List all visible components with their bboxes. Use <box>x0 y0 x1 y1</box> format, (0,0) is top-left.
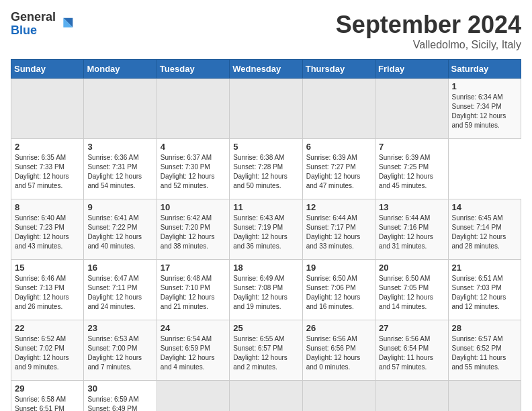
day-number: 17 <box>161 263 226 273</box>
day-cell: 1Sunrise: 6:34 AMSunset: 7:34 PMDaylight… <box>448 79 521 139</box>
day-cell: 17Sunrise: 6:48 AMSunset: 7:10 PMDayligh… <box>157 260 229 320</box>
header-row: SundayMondayTuesdayWednesdayThursdayFrid… <box>11 60 521 79</box>
day-cell: 4Sunrise: 6:37 AMSunset: 7:30 PMDaylight… <box>157 139 229 199</box>
day-cell <box>157 381 229 412</box>
day-cell: 11Sunrise: 6:43 AMSunset: 7:19 PMDayligh… <box>230 199 302 260</box>
day-number: 26 <box>306 323 371 333</box>
week-row: 22Sunrise: 6:52 AMSunset: 7:02 PMDayligh… <box>11 320 521 381</box>
day-cell: 5Sunrise: 6:38 AMSunset: 7:28 PMDaylight… <box>230 139 302 199</box>
logo-text: General Blue <box>11 11 56 38</box>
col-header-monday: Monday <box>84 60 157 79</box>
day-number: 5 <box>233 142 298 152</box>
day-detail: Sunrise: 6:39 AMSunset: 7:25 PMDaylight:… <box>379 154 433 189</box>
empty-cell <box>302 79 375 139</box>
day-number: 7 <box>379 142 444 152</box>
day-cell: 14Sunrise: 6:45 AMSunset: 7:14 PMDayligh… <box>448 199 521 260</box>
day-number: 15 <box>15 263 80 273</box>
week-row: 15Sunrise: 6:46 AMSunset: 7:13 PMDayligh… <box>11 260 521 320</box>
empty-cell <box>230 79 302 139</box>
day-detail: Sunrise: 6:41 AMSunset: 7:22 PMDaylight:… <box>87 214 142 250</box>
col-header-wednesday: Wednesday <box>230 60 302 79</box>
day-number: 10 <box>161 202 226 212</box>
day-number: 25 <box>233 323 298 333</box>
day-detail: Sunrise: 6:56 AMSunset: 6:54 PMDaylight:… <box>379 335 433 371</box>
day-number: 3 <box>87 142 152 152</box>
day-detail: Sunrise: 6:46 AMSunset: 7:13 PMDaylight:… <box>15 275 69 310</box>
day-cell: 20Sunrise: 6:50 AMSunset: 7:05 PMDayligh… <box>375 260 448 320</box>
location: Valledolmo, Sicily, Italy <box>336 39 521 51</box>
day-detail: Sunrise: 6:39 AMSunset: 7:27 PMDaylight:… <box>306 154 361 189</box>
day-detail: Sunrise: 6:53 AMSunset: 7:00 PMDaylight:… <box>87 335 142 371</box>
day-number: 1 <box>452 81 517 91</box>
day-cell: 23Sunrise: 6:53 AMSunset: 7:00 PMDayligh… <box>84 320 157 381</box>
day-number: 27 <box>379 323 444 333</box>
day-cell <box>230 381 302 412</box>
day-detail: Sunrise: 6:40 AMSunset: 7:23 PMDaylight:… <box>15 214 69 250</box>
day-detail: Sunrise: 6:37 AMSunset: 7:30 PMDaylight:… <box>161 154 215 189</box>
day-number: 6 <box>306 142 371 152</box>
day-cell: 29Sunrise: 6:58 AMSunset: 6:51 PMDayligh… <box>11 381 84 412</box>
day-cell <box>448 381 521 412</box>
day-detail: Sunrise: 6:56 AMSunset: 6:56 PMDaylight:… <box>306 335 361 371</box>
week-row: 1Sunrise: 6:34 AMSunset: 7:34 PMDaylight… <box>11 79 521 139</box>
day-detail: Sunrise: 6:50 AMSunset: 7:05 PMDaylight:… <box>379 275 433 310</box>
day-detail: Sunrise: 6:49 AMSunset: 7:08 PMDaylight:… <box>233 275 287 310</box>
logo-icon <box>57 15 76 34</box>
day-detail: Sunrise: 6:35 AMSunset: 7:33 PMDaylight:… <box>15 154 69 189</box>
day-number: 19 <box>306 263 371 273</box>
day-number: 28 <box>452 323 517 333</box>
col-header-thursday: Thursday <box>302 60 375 79</box>
col-header-saturday: Saturday <box>448 60 521 79</box>
day-cell: 30Sunrise: 6:59 AMSunset: 6:49 PMDayligh… <box>84 381 157 412</box>
week-row: 8Sunrise: 6:40 AMSunset: 7:23 PMDaylight… <box>11 199 521 260</box>
logo-general: General <box>11 10 56 24</box>
day-cell <box>302 381 375 412</box>
day-number: 29 <box>15 383 80 394</box>
day-cell: 8Sunrise: 6:40 AMSunset: 7:23 PMDaylight… <box>11 199 84 260</box>
day-number: 22 <box>15 323 80 333</box>
day-number: 24 <box>161 323 226 333</box>
month-title: September 2024 <box>336 11 521 39</box>
day-detail: Sunrise: 6:59 AMSunset: 6:49 PMDaylight:… <box>87 396 142 411</box>
day-detail: Sunrise: 6:57 AMSunset: 6:52 PMDaylight:… <box>452 335 506 371</box>
day-number: 13 <box>379 202 444 212</box>
day-number: 20 <box>379 263 444 273</box>
empty-cell <box>157 79 229 139</box>
empty-cell <box>11 79 84 139</box>
day-number: 18 <box>233 263 298 273</box>
day-cell: 21Sunrise: 6:51 AMSunset: 7:03 PMDayligh… <box>448 260 521 320</box>
logo: General Blue <box>11 11 76 38</box>
day-number: 23 <box>87 323 152 333</box>
day-cell: 3Sunrise: 6:36 AMSunset: 7:31 PMDaylight… <box>84 139 157 199</box>
day-cell: 18Sunrise: 6:49 AMSunset: 7:08 PMDayligh… <box>230 260 302 320</box>
col-header-sunday: Sunday <box>11 60 84 79</box>
day-cell: 25Sunrise: 6:55 AMSunset: 6:57 PMDayligh… <box>230 320 302 381</box>
day-detail: Sunrise: 6:45 AMSunset: 7:14 PMDaylight:… <box>452 214 506 250</box>
day-detail: Sunrise: 6:38 AMSunset: 7:28 PMDaylight:… <box>233 154 287 189</box>
col-header-friday: Friday <box>375 60 448 79</box>
title-block: September 2024 Valledolmo, Sicily, Italy <box>336 11 521 51</box>
day-detail: Sunrise: 6:51 AMSunset: 7:03 PMDaylight:… <box>452 275 506 310</box>
day-number: 21 <box>452 263 517 273</box>
day-cell: 13Sunrise: 6:44 AMSunset: 7:16 PMDayligh… <box>375 199 448 260</box>
day-cell: 24Sunrise: 6:54 AMSunset: 6:59 PMDayligh… <box>157 320 229 381</box>
day-number: 9 <box>87 202 152 212</box>
day-number: 8 <box>15 202 80 212</box>
empty-cell <box>84 79 157 139</box>
day-detail: Sunrise: 6:43 AMSunset: 7:19 PMDaylight:… <box>233 214 287 250</box>
day-detail: Sunrise: 6:44 AMSunset: 7:17 PMDaylight:… <box>306 214 361 250</box>
day-cell: 9Sunrise: 6:41 AMSunset: 7:22 PMDaylight… <box>84 199 157 260</box>
day-detail: Sunrise: 6:48 AMSunset: 7:10 PMDaylight:… <box>161 275 215 310</box>
day-cell: 26Sunrise: 6:56 AMSunset: 6:56 PMDayligh… <box>302 320 375 381</box>
day-detail: Sunrise: 6:44 AMSunset: 7:16 PMDaylight:… <box>379 214 433 250</box>
empty-cell <box>375 79 448 139</box>
day-cell: 19Sunrise: 6:50 AMSunset: 7:06 PMDayligh… <box>302 260 375 320</box>
day-cell: 10Sunrise: 6:42 AMSunset: 7:20 PMDayligh… <box>157 199 229 260</box>
day-cell: 28Sunrise: 6:57 AMSunset: 6:52 PMDayligh… <box>448 320 521 381</box>
day-detail: Sunrise: 6:50 AMSunset: 7:06 PMDaylight:… <box>306 275 361 310</box>
day-cell: 27Sunrise: 6:56 AMSunset: 6:54 PMDayligh… <box>375 320 448 381</box>
page-header: General Blue September 2024 Valledolmo, … <box>11 11 521 51</box>
day-number: 16 <box>87 263 152 273</box>
day-number: 11 <box>233 202 298 212</box>
logo-blue: Blue <box>11 24 37 37</box>
